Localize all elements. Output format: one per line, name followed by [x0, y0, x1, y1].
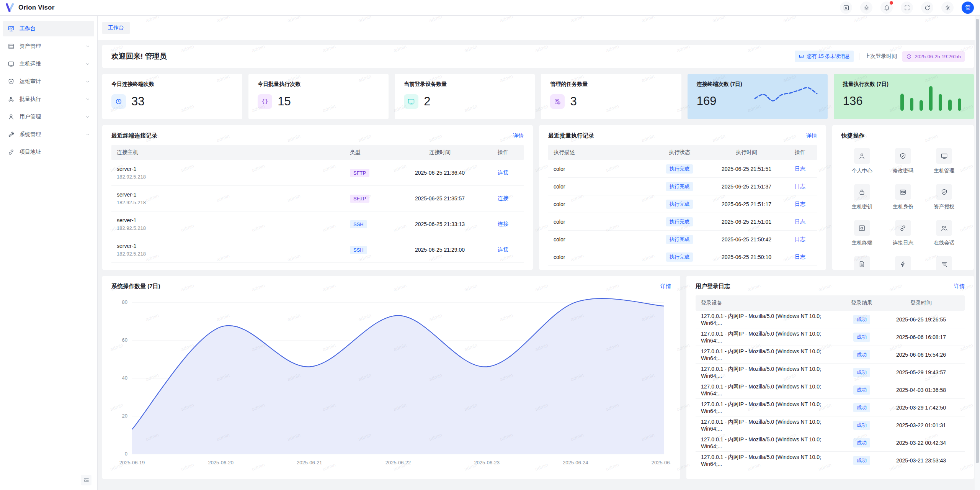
- sidebar-item-label: 用户管理: [20, 113, 80, 120]
- exec-detail-link[interactable]: 详情: [806, 133, 817, 139]
- notification-bell-button[interactable]: [880, 2, 893, 14]
- app-header: Orion Visor 管: [0, 0, 980, 16]
- sidebar-collapse-button[interactable]: [81, 475, 91, 485]
- scrollbar-thumb[interactable]: [976, 19, 979, 463]
- stat-label: 管理的任务数量: [550, 81, 672, 88]
- user-icon: [854, 148, 870, 164]
- code-square-icon: [854, 220, 870, 236]
- col-login-device: 登录设备: [701, 300, 841, 306]
- quick-action-label: 个人中心: [841, 167, 882, 174]
- log-link[interactable]: 日志: [795, 254, 805, 260]
- fullscreen-button[interactable]: [901, 2, 913, 14]
- breadcrumb-workbench[interactable]: 工作台: [102, 22, 130, 34]
- connect-link[interactable]: 连接: [498, 221, 508, 227]
- sidebar-item-project-url[interactable]: 项目地址: [3, 144, 94, 160]
- connect-link[interactable]: 连接: [498, 195, 508, 201]
- ops-chart-detail-link[interactable]: 详情: [660, 283, 671, 290]
- monitor-icon: [936, 148, 952, 164]
- login-device: 127.0.0.1 - 内网IP - Mozilla/5.0 (Windows …: [701, 436, 841, 449]
- quick-action-label: 主机身份: [882, 203, 923, 210]
- quick-action-connection-log[interactable]: 连接日志: [882, 220, 923, 246]
- link-icon: [895, 220, 911, 236]
- spark-card-value: 169: [697, 94, 717, 108]
- log-link[interactable]: 日志: [795, 183, 805, 189]
- log-link[interactable]: 日志: [795, 166, 805, 172]
- refresh-icon: [924, 5, 931, 11]
- connect-link[interactable]: 连接: [498, 246, 508, 252]
- sidebar-item-system-management[interactable]: 系统管理: [3, 127, 94, 142]
- connect-link[interactable]: 连接: [498, 169, 508, 175]
- divider: [859, 53, 859, 60]
- host-name: server-1: [117, 166, 350, 172]
- terminal-sparkline-chart: [752, 83, 820, 113]
- quick-action-host-management[interactable]: 主机管理: [924, 148, 965, 174]
- exec-description: color: [554, 254, 655, 260]
- quick-actions-card: 快捷操作 个人中心 修改密码 主机管理 主机密钥 主机身份 资产授权 主机终端 …: [832, 125, 974, 270]
- refresh-button[interactable]: [921, 2, 933, 14]
- login-log-card: 用户登录日志 详情 登录设备 登录结果 登录时间 127.0.0.1 - 内网I…: [686, 276, 974, 479]
- col-host: 连接主机: [117, 149, 350, 156]
- last-login-time-pill: 2025-06-25 19:26:55: [902, 51, 965, 62]
- sidebar-item-workbench[interactable]: 工作台: [3, 21, 94, 36]
- quick-action-change-password[interactable]: 修改密码: [882, 148, 923, 174]
- workbench-icon: [8, 25, 15, 32]
- terminal-detail-link[interactable]: 详情: [513, 133, 524, 139]
- sidebar-item-asset-management[interactable]: 资产管理: [3, 39, 94, 54]
- sidebar-item-user-management[interactable]: 用户管理: [3, 109, 94, 125]
- host-name: server-1: [117, 243, 350, 249]
- sidebar-item-ops-audit[interactable]: 运维审计: [3, 74, 94, 89]
- code-square-button[interactable]: [840, 2, 852, 14]
- quick-action-label: 主机密钥: [841, 203, 882, 210]
- chevron-down-icon: [85, 132, 90, 137]
- col-type: 类型: [350, 149, 392, 156]
- quick-action-host-terminal[interactable]: 主机终端: [841, 220, 882, 246]
- batch-exec-card: 最近批量执行记录 详情 执行描述 执行状态 执行时间 操作 color 执行完成…: [539, 125, 826, 270]
- quick-action-personal-center[interactable]: 个人中心: [841, 148, 882, 174]
- sidebar: 工作台 资产管理 主机运维 运维审计 批量执行 用户管理 系统管理 项目地址: [0, 16, 98, 490]
- sidebar-item-batch-execution[interactable]: 批量执行: [3, 92, 94, 107]
- quick-action-asset-authorization[interactable]: 资产授权: [924, 184, 965, 210]
- login-time: 2025-06-25 19:26:55: [883, 316, 959, 323]
- log-link[interactable]: 日志: [795, 236, 805, 242]
- sidebar-item-label: 工作台: [20, 25, 90, 32]
- login-device: 127.0.0.1 - 内网IP - Mozilla/5.0 (Windows …: [701, 401, 841, 414]
- quick-action-host-key[interactable]: 主机密钥: [841, 184, 882, 210]
- quick-action-online-session[interactable]: 在线会话: [924, 220, 965, 246]
- link-icon: [8, 149, 15, 156]
- sidebar-item-host-operations[interactable]: 主机运维: [3, 56, 94, 72]
- login-log-detail-link[interactable]: 详情: [954, 283, 965, 290]
- quick-action-execution-log[interactable]: 执行日志: [924, 256, 965, 270]
- exec-status-badge: 执行完成: [666, 200, 693, 209]
- lock-icon: [854, 184, 870, 200]
- terminal-connection-row: server-1 182.92.5.218 SFTP 2025-06-25 21…: [111, 186, 524, 211]
- login-result-badge: 成功: [853, 385, 870, 395]
- quick-action-command-execution[interactable]: 命令执行: [882, 256, 923, 270]
- task-clock-icon: [550, 94, 565, 109]
- exec-time: 2025-06-25 21:51:37: [704, 184, 789, 190]
- exec-time: 2025-06-25 21:51:51: [704, 166, 789, 172]
- login-time: 2025-03-29 17:42:50: [883, 405, 959, 411]
- sidebar-item-label: 资产管理: [20, 43, 80, 50]
- scrollbar-track[interactable]: [975, 16, 980, 490]
- connect-time: 2025-06-25 21:29:00: [392, 247, 488, 253]
- quick-action-file-operation-log[interactable]: 文件操作日志: [841, 256, 882, 270]
- monitor-icon: [404, 94, 418, 109]
- exec-description: color: [554, 236, 655, 243]
- quick-action-host-identity[interactable]: 主机身份: [882, 184, 923, 210]
- protocol-badge: SFTP: [350, 169, 369, 177]
- svg-text:2025-06-20: 2025-06-20: [208, 460, 234, 465]
- ops-chart-title: 系统操作数量 (7日): [111, 283, 160, 290]
- lightning-icon: [895, 256, 911, 270]
- welcome-title: 欢迎回来! 管理员: [111, 51, 167, 61]
- wrench-icon: [8, 131, 15, 138]
- login-log-row: 127.0.0.1 - 内网IP - Mozilla/5.0 (Windows …: [696, 311, 965, 328]
- unread-messages-text: 您有 15 条未读消息: [807, 53, 850, 60]
- shield-check-icon: [895, 148, 911, 164]
- settings-gear-button[interactable]: [941, 2, 954, 14]
- unread-messages-pill[interactable]: 您有 15 条未读消息: [795, 51, 854, 62]
- log-link[interactable]: 日志: [795, 201, 805, 207]
- bottom-row: 系统操作数量 (7日) 详情 0204060802025-06-192025-0…: [102, 276, 974, 479]
- log-link[interactable]: 日志: [795, 218, 805, 225]
- theme-sun-button[interactable]: [860, 2, 872, 14]
- user-avatar[interactable]: 管: [962, 2, 974, 14]
